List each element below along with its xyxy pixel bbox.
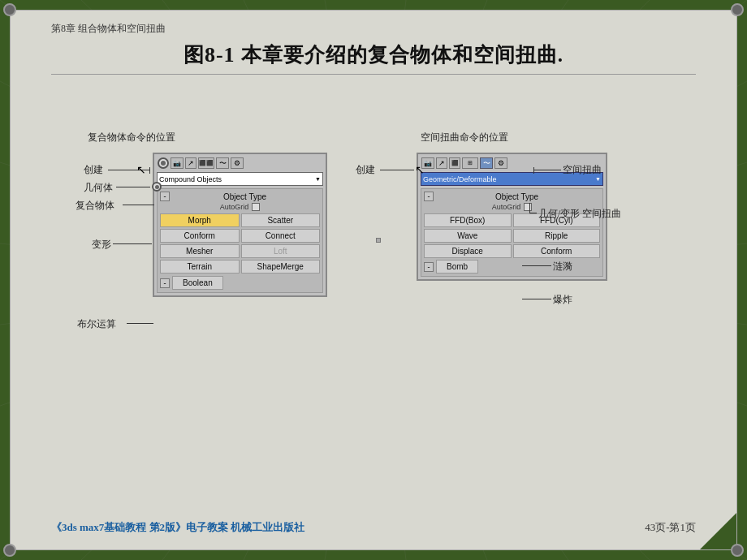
left-collapse-btn[interactable]: -	[160, 192, 170, 201]
btn-conform-right[interactable]: Conform	[513, 244, 601, 258]
left-autogrid-row: AutoGrid	[160, 203, 320, 211]
boolean-label-left: 布尔运算	[77, 317, 116, 331]
right-tb-gear[interactable]: ⚙	[494, 157, 507, 169]
space-warp-label-right: 空间扭曲	[563, 163, 602, 177]
right-object-type-box: - Object Type AutoGrid FFD(Box) FFD(Cyl)…	[421, 188, 603, 277]
deform-label-left: 变形	[92, 238, 111, 252]
corner-dot-tr	[731, 3, 744, 16]
create-label-left: 创建	[84, 163, 103, 177]
left-panel: 📷 ↗ ⬛⬛ 〜 ⚙ Compound Objects ▼ - Object T…	[153, 153, 327, 297]
geometry-indicator	[152, 182, 162, 192]
page-title: 图8-1 本章要介绍的复合物体和空间扭曲.	[11, 41, 736, 68]
toolbar-gear-icon[interactable]: ⚙	[231, 157, 244, 169]
left-dropdown[interactable]: Compound Objects ▼	[157, 172, 323, 186]
footer-right: 43页-第1页	[645, 520, 696, 535]
right-collapse-btn[interactable]: -	[424, 192, 434, 201]
toolbar-camera-icon[interactable]: 📷	[171, 157, 184, 169]
right-object-type-title: Object Type	[434, 192, 600, 201]
btn-mesher[interactable]: Mesher	[160, 244, 240, 258]
explode-label: 爆炸	[553, 293, 572, 307]
cursor-icon-right: ↖	[415, 163, 425, 177]
btn-loft[interactable]: Loft	[241, 244, 321, 258]
right-bomb-row: - Bomb	[424, 260, 600, 274]
right-tb-group[interactable]: ⬛	[449, 157, 460, 169]
btn-ripple[interactable]: Ripple	[513, 229, 601, 243]
left-boolean-row: - Boolean	[160, 276, 320, 290]
btn-conform-left[interactable]: Conform	[160, 229, 240, 243]
cursor-icon-left: ↖	[136, 163, 146, 177]
btn-wave[interactable]: Wave	[424, 229, 512, 243]
left-section-label: 复合物体命令的位置	[88, 131, 175, 144]
right-bomb-minus[interactable]: -	[424, 262, 434, 272]
toolbar-group-icon[interactable]: ⬛⬛	[198, 157, 214, 169]
btn-displace[interactable]: Displace	[424, 244, 512, 258]
create-label-right: 创建	[356, 163, 375, 177]
right-tb-arrow[interactable]: ↗	[436, 157, 447, 169]
btn-connect[interactable]: Connect	[241, 229, 321, 243]
btn-boolean[interactable]: Boolean	[172, 276, 223, 290]
chapter-label: 第8章 组合物体和空间扭曲	[51, 22, 166, 36]
right-tb-table[interactable]: ⊞	[462, 157, 478, 169]
corner-dot-bl	[3, 544, 16, 557]
geo-deform-label: 几何/变形 空间扭曲	[538, 207, 621, 221]
compound-label-left: 复合物体	[76, 199, 114, 213]
btn-terrain[interactable]: Terrain	[160, 260, 240, 274]
left-object-type-title: Object Type	[170, 192, 320, 201]
btn-morph[interactable]: Morph	[160, 213, 240, 227]
center-separator	[376, 238, 381, 243]
right-section-label: 空间扭曲命令的位置	[421, 131, 508, 144]
btn-shapemerge[interactable]: ShapeMerge	[241, 260, 321, 274]
left-autogrid-checkbox[interactable]	[252, 203, 260, 211]
btn-scatter[interactable]: Scatter	[241, 213, 321, 227]
corner-dot-br	[731, 544, 744, 557]
left-bool-minus[interactable]: -	[160, 278, 170, 288]
right-tb-wave[interactable]: 〜	[480, 157, 493, 169]
geometry-label-left: 几何体	[84, 181, 113, 195]
left-dropdown-row: Compound Objects ▼	[157, 172, 323, 186]
left-toolbar: 📷 ↗ ⬛⬛ 〜 ⚙	[157, 157, 323, 170]
btn-bomb[interactable]: Bomb	[436, 260, 478, 274]
corner-dot-tl	[3, 3, 16, 16]
footer: 《3ds max7基础教程 第2版》电子教案 机械工业出版社 43页-第1页	[11, 520, 736, 535]
ripple-label: 涟漪	[553, 260, 572, 274]
toolbar-dot-icon[interactable]	[158, 157, 169, 169]
btn-ffd-box[interactable]: FFD(Box)	[424, 213, 512, 227]
left-button-grid: Morph Scatter Conform Connect Mesher Lof…	[160, 213, 320, 274]
right-autogrid-checkbox[interactable]	[524, 203, 532, 211]
left-object-type-box: - Object Type AutoGrid Morph Scatter Con…	[157, 188, 323, 293]
toolbar-arrow-icon[interactable]: ↗	[185, 157, 196, 169]
toolbar-wave-icon[interactable]: 〜	[216, 157, 229, 169]
footer-left: 《3ds max7基础教程 第2版》电子教案 机械工业出版社	[51, 520, 304, 535]
corner-fold	[700, 513, 736, 549]
